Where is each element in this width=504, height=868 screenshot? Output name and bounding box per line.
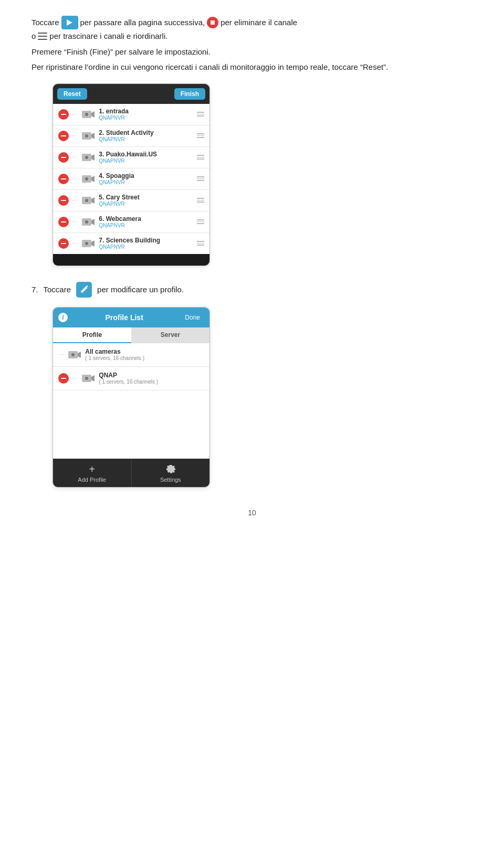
intro-line-3: Premere “Finish (Fine)” per salvare le i…: [32, 45, 472, 59]
profile-topbar: i Profile List Done: [53, 308, 209, 327]
intro-line1-post: per eliminare il canale: [220, 16, 297, 29]
tab-server[interactable]: Server: [131, 327, 209, 343]
cam-icon-4: [81, 172, 96, 186]
dots-6: ···: [72, 219, 78, 225]
cam-row-2: ··· 2. Student Activity QNAPNVR: [53, 125, 209, 147]
svg-marker-7: [91, 154, 94, 161]
add-profile-label: Add Profile: [78, 477, 106, 483]
intro-line-4: Per ripristinare l’ordine in cui vengono…: [32, 60, 472, 74]
channel-reorder-device: Reset Finish ··· 1. entrada QNAPNVR: [52, 83, 210, 266]
remove-cam-2-button[interactable]: [58, 131, 69, 141]
drag-handle-3[interactable]: [197, 155, 204, 160]
cam-server-3: QNAPNVR: [99, 158, 194, 164]
cam-icon-3: [81, 150, 96, 165]
dots-2: ···: [72, 133, 78, 139]
remove-cam-6-button[interactable]: [58, 217, 69, 227]
cam-row-1: ··· 1. entrada QNAPNVR: [53, 104, 209, 125]
drag-handle-7[interactable]: [197, 241, 204, 246]
arrow-right-icon: [61, 16, 78, 29]
cam-name-4: 4. Spoaggia: [99, 172, 194, 179]
step-7-number: 7.: [32, 285, 38, 294]
svg-point-17: [85, 220, 88, 224]
svg-marker-25: [91, 375, 94, 382]
finish-button[interactable]: Finish: [174, 88, 205, 100]
svg-point-11: [85, 177, 88, 181]
svg-point-20: [85, 242, 88, 245]
settings-gear-icon: [165, 464, 176, 474]
cam-row-5: ··· 5. Cary Street QNAPNVR: [53, 190, 209, 211]
camera-list: ··· 1. entrada QNAPNVR ···: [53, 104, 209, 254]
svg-marker-13: [91, 197, 94, 204]
edit-icon: [76, 282, 92, 298]
drag-handle-4[interactable]: [197, 176, 204, 181]
profile-cam-icon-1: [67, 347, 82, 362]
profile-row-qnap: ··· QNAP ( 1 servers, 16 channels ): [53, 367, 209, 390]
profile-row-all-cameras: ··· All cameras ( 1 servers, 16 channels…: [53, 343, 209, 367]
drag-handle-1[interactable]: [197, 112, 204, 117]
svg-point-26: [85, 377, 88, 380]
remove-cam-3-button[interactable]: [58, 152, 69, 163]
profile-list-device: i Profile List Done Profile Server ··· A…: [52, 307, 210, 488]
cam-info-6: 6. Webcamera QNAPNVR: [99, 215, 194, 228]
remove-cam-5-button[interactable]: [58, 195, 69, 206]
cam-icon-2: [81, 129, 96, 143]
remove-cam-1-button[interactable]: [58, 109, 69, 120]
intro-line1-mid: per passare alla pagina successiva,: [80, 16, 205, 29]
add-profile-button[interactable]: + Add Profile: [53, 459, 132, 487]
intro-line3-text: Premere “Finish (Fine)” per salvare le i…: [32, 45, 211, 59]
cam-row-7: ··· 7. Sciences Building QNAPNVR: [53, 233, 209, 254]
remove-cam-4-button[interactable]: [58, 174, 69, 184]
profile-name-2: QNAP: [99, 372, 204, 379]
tab-profile[interactable]: Profile: [53, 327, 131, 343]
intro-line4-pre: Per ripristinare l’ordine in cui vengono…: [32, 60, 228, 74]
cam-server-2: QNAPNVR: [99, 136, 194, 142]
remove-cam-7-button[interactable]: [58, 238, 69, 249]
dots-4: ···: [72, 176, 78, 182]
intro-line2-pre: o: [32, 29, 36, 43]
cam-info-5: 5. Cary Street QNAPNVR: [99, 194, 194, 207]
intro-line2-post: per trascinare i canali e riordinarli.: [49, 29, 167, 43]
profile-info-2: QNAP ( 1 servers, 16 channels ): [99, 372, 204, 385]
svg-point-5: [85, 134, 88, 137]
settings-label: Settings: [160, 477, 181, 483]
drag-handle-5[interactable]: [197, 198, 204, 203]
profile-dots-1: ···: [58, 352, 64, 357]
cam-name-3: 3. Puako.Hawaii.US: [99, 151, 194, 158]
channel-topbar: Reset Finish: [53, 84, 209, 104]
intro-line-1: Toccare per passare alla pagina successi…: [32, 16, 472, 29]
profile-items-list: ··· All cameras ( 1 servers, 16 channels…: [53, 343, 209, 390]
cam-icon-5: [81, 193, 96, 208]
svg-point-23: [71, 353, 75, 356]
hamburger-icon: [38, 33, 47, 40]
reset-button[interactable]: Reset: [57, 88, 87, 100]
dots-7: ···: [72, 240, 78, 246]
profile-empty-area: [53, 390, 209, 459]
plus-icon: +: [89, 464, 95, 474]
done-button[interactable]: Done: [180, 312, 205, 323]
cam-info-2: 2. Student Activity QNAPNVR: [99, 129, 194, 142]
svg-marker-1: [91, 111, 94, 118]
intro-line-2: o per trascinare i canali e riordinarli.: [32, 29, 472, 43]
svg-point-2: [85, 113, 88, 116]
cam-server-7: QNAPNVR: [99, 244, 194, 250]
cam-info-7: 7. Sciences Building QNAPNVR: [99, 237, 194, 250]
profile-dots-2: ···: [72, 375, 78, 381]
cam-row-4: ··· 4. Spoaggia QNAPNVR: [53, 168, 209, 190]
svg-marker-22: [78, 352, 81, 358]
drag-handle-2[interactable]: [197, 133, 204, 138]
cam-server-4: QNAPNVR: [99, 179, 194, 185]
svg-marker-10: [91, 176, 94, 182]
cam-server-6: QNAPNVR: [99, 223, 194, 228]
cam-info-1: 1. entrada QNAPNVR: [99, 108, 194, 121]
cam-name-6: 6. Webcamera: [99, 215, 194, 223]
profile-sub-2: ( 1 servers, 16 channels ): [99, 379, 204, 385]
remove-qnap-button[interactable]: [58, 373, 69, 384]
cam-row-3: ··· 3. Puako.Hawaii.US QNAPNVR: [53, 147, 209, 168]
cam-row-6: ··· 6. Webcamera QNAPNVR: [53, 211, 209, 233]
settings-button[interactable]: Settings: [132, 459, 210, 487]
cam-name-7: 7. Sciences Building: [99, 237, 194, 244]
svg-point-14: [85, 199, 88, 202]
drag-handle-6[interactable]: [197, 219, 204, 224]
step-7-post: per modificare un profilo.: [97, 285, 184, 294]
profile-tabs: Profile Server: [53, 327, 209, 343]
